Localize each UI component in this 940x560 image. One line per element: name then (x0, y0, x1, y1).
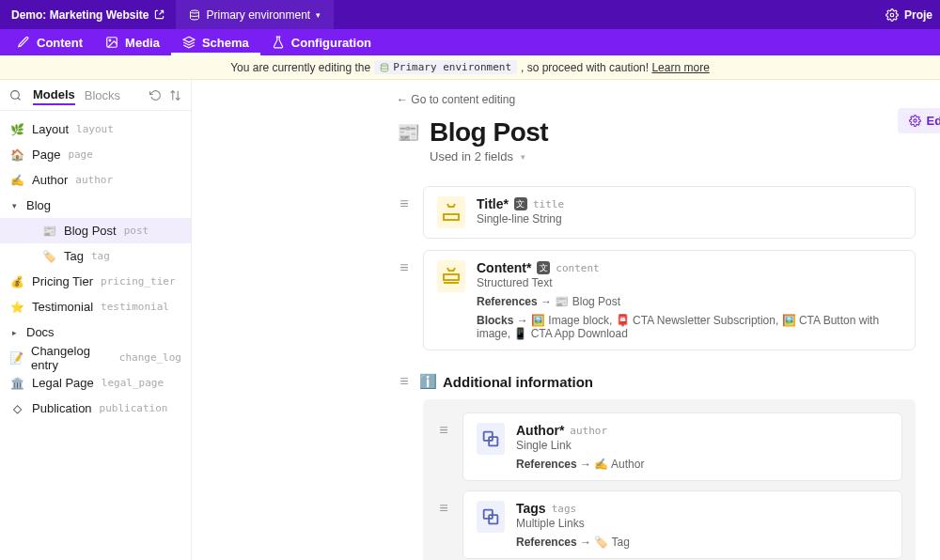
model-usage[interactable]: Used in 2 fields▾ (430, 149, 548, 163)
tree-item-page[interactable]: 🏠Pagepage (0, 142, 191, 167)
field-tags[interactable]: ≡ Tags tags Multiple Links (436, 490, 902, 559)
model-emoji: 🏠 (9, 148, 24, 162)
tree-item-label: Publication (32, 401, 92, 415)
tree-item-change_log[interactable]: 📝Changelog entrychange_log (0, 345, 191, 370)
edit-icon (17, 36, 30, 49)
tree-item-testimonial[interactable]: ⭐Testimonialtestimonial (0, 294, 191, 319)
tree-item-docs[interactable]: ▸Docs (0, 319, 191, 345)
model-emoji: 💰 (9, 275, 24, 288)
tree-item-api-id: page (68, 148, 93, 161)
translatable-icon: 文 (537, 261, 550, 274)
sidebar: Models Blocks 🌿Layoutlayout🏠Pagepage✍️Au… (0, 80, 192, 560)
link-field-icon (477, 423, 505, 455)
open-icon (154, 9, 164, 20)
project-settings[interactable]: Proje (885, 8, 940, 22)
caret-down-icon: ▾ (9, 201, 19, 210)
database-icon (380, 63, 389, 72)
nav-content[interactable]: Content (6, 29, 94, 55)
field-api-id: title (533, 198, 564, 210)
tree-item-label: Legal Page (32, 376, 94, 390)
tree-item-legal_page[interactable]: 🏛️Legal Pagelegal_page (0, 370, 191, 396)
field-type: Single Link (516, 439, 888, 452)
environment-switcher[interactable]: Primary environment ▾ (176, 0, 334, 29)
nav-config[interactable]: Configuration (260, 29, 383, 55)
field-references: References → 📰 Blog Post (477, 295, 901, 308)
history-icon[interactable] (149, 89, 162, 101)
tree-item-api-id: tag (91, 250, 110, 262)
translatable-icon: 文 (514, 197, 527, 210)
image-icon (105, 36, 118, 49)
field-blocks: Blocks → 🖼️ Image block, 📮 CTA Newslette… (477, 314, 901, 340)
tree-item-api-id: layout (76, 123, 114, 135)
tree-item-api-id: pricing_tier (101, 275, 175, 288)
model-emoji: ✍️ (9, 174, 24, 187)
model-emoji: ◇ (9, 402, 24, 415)
drag-handle[interactable]: ≡ (436, 490, 449, 517)
tree-item-api-id: change_log (119, 351, 181, 364)
tree-item-label: Blog Post (64, 224, 117, 238)
field-name: Author* (516, 423, 564, 438)
env-chip: Primary environment (374, 60, 517, 74)
field-api-id: author (570, 425, 607, 437)
field-type: Structured Text (477, 276, 901, 289)
field-author[interactable]: ≡ Author* author Single Link (436, 412, 902, 481)
tree-item-label: Tag (64, 249, 84, 263)
structured-text-icon (437, 260, 465, 292)
tree-item-label: Blog (26, 198, 51, 212)
string-field-icon (437, 196, 465, 228)
svg-point-3 (109, 39, 111, 41)
env-warning: You are currently editing the Primary en… (0, 55, 940, 80)
project-name[interactable]: Demo: Marketing Website (0, 8, 176, 22)
tree-item-api-id: legal_page (102, 377, 164, 389)
tree-item-label: Changelog entry (31, 344, 112, 372)
model-emoji: 🌿 (9, 123, 24, 136)
drag-handle[interactable]: ≡ (436, 412, 449, 439)
edit-model-button[interactable]: Edit model (898, 108, 940, 133)
tree-item-label: Page (32, 148, 60, 162)
field-title[interactable]: ≡ Title* 文 title Single-line String (397, 186, 916, 239)
nav-schema[interactable]: Schema (171, 29, 260, 55)
field-references: References → ✍️ Author (516, 458, 888, 471)
model-title: Blog Post (430, 117, 548, 148)
drag-handle[interactable]: ≡ (397, 186, 410, 212)
tree-item-label: Author (32, 173, 68, 187)
tree-item-label: Docs (26, 325, 55, 339)
link-field-icon (477, 501, 505, 533)
main-nav: Content Media Schema Configuration (0, 29, 940, 55)
nav-media[interactable]: Media (94, 29, 171, 55)
tree-item-author[interactable]: ✍️Authorauthor (0, 167, 191, 193)
model-emoji: 🏷️ (41, 250, 56, 263)
tree-item-post[interactable]: 📰Blog Postpost (0, 218, 191, 243)
field-references: References → 🏷️ Tag (516, 536, 888, 549)
tree-item-api-id: post (124, 225, 149, 237)
field-api-id: tags (552, 503, 577, 515)
tab-models[interactable]: Models (33, 87, 75, 105)
drag-handle[interactable]: ≡ (397, 373, 410, 390)
tab-blocks[interactable]: Blocks (85, 88, 120, 102)
search-icon[interactable] (9, 89, 22, 101)
model-emoji: 📰 (41, 225, 56, 238)
flask-icon (272, 36, 285, 49)
caret-right-icon: ▸ (9, 328, 19, 337)
svg-point-8 (913, 119, 916, 122)
tree-item-tag[interactable]: 🏷️Tagtag (0, 243, 191, 269)
svg-point-0 (191, 10, 199, 13)
tree-item-pricing_tier[interactable]: 💰Pricing Tierpricing_tier (0, 269, 191, 294)
model-emoji: ⭐ (9, 301, 24, 314)
svg-point-5 (381, 63, 388, 66)
tree-item-blog[interactable]: ▾Blog (0, 193, 191, 218)
tree-item-layout[interactable]: 🌿Layoutlayout (0, 117, 191, 142)
back-to-content-link[interactable]: ← Go to content editing (397, 93, 916, 106)
learn-more-link[interactable]: Learn more (651, 61, 709, 74)
field-name: Tags (516, 501, 546, 516)
field-group-additional-info[interactable]: ≡ ℹ️Additional information (397, 373, 916, 390)
sort-icon[interactable] (169, 89, 181, 101)
model-emoji: 📝 (9, 351, 24, 365)
topbar: Demo: Marketing Website Primary environm… (0, 0, 940, 29)
svg-point-1 (890, 13, 894, 17)
drag-handle[interactable]: ≡ (397, 250, 410, 276)
model-tree: 🌿Layoutlayout🏠Pagepage✍️Authorauthor▾Blo… (0, 111, 191, 427)
chevron-down-icon: ▾ (316, 10, 321, 20)
tree-item-publication[interactable]: ◇Publicationpublication (0, 396, 191, 421)
field-content[interactable]: ≡ Content* 文 content Structured Text (397, 250, 916, 350)
